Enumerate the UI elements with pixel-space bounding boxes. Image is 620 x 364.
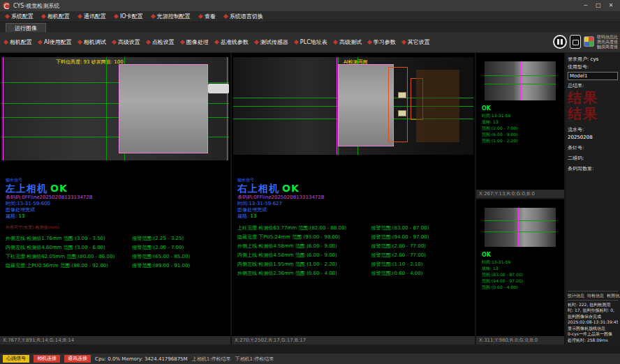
close-button[interactable]: ✕ — [605, 0, 617, 11]
tool-label: 其它设置 — [408, 38, 430, 46]
pin-label: 条针号: — [568, 144, 618, 152]
tool-advanced-settings[interactable]: 高级设置 — [112, 38, 140, 46]
preview-bottom-camera[interactable]: OK 时间:13-31-59 规格: 13 范围:(83.00 - 87.00)… — [476, 199, 564, 344]
measurement-value: 内侧左线:检测值1.95mm 范围:(1.00 - 2.20) — [237, 260, 371, 269]
tool-label: PLC地址表 — [300, 38, 327, 46]
tool-spot-check[interactable]: 点检设置 — [147, 38, 175, 46]
tool-image-processing[interactable]: 图像处理 — [181, 38, 209, 46]
left-camera-image[interactable]: 下料位高度: 93 砂灰两值: 100 — [1, 57, 229, 160]
preview-text-line: 范围:(94.00 - 97.00) — [476, 278, 564, 284]
measurement-list: 上柱宽度:检测值63.77mm 范围:(82.00 - 88.00) 报警范围:… — [237, 224, 472, 278]
preview-text-line: 规格: 13 — [476, 265, 564, 271]
result-prefix: 输出信号 — [237, 177, 472, 183]
preview-ok-status: OK — [476, 251, 564, 259]
result-prefix: 输出信号 — [6, 177, 228, 183]
shadow-region — [416, 70, 459, 142]
preview-top-pixel-readout: X:267;Y:13;R:0;G:0;B:0 — [476, 190, 564, 198]
minimize-button[interactable]: ─ — [580, 0, 592, 11]
measurement-row: 下柱宽度:检测值62.05mm 范围:(80.00 - 86.00) 报警范围:… — [6, 252, 228, 261]
measurement-value: 外侧左线:检测值2.36mm 范围:(0.60 - 4.00) — [237, 269, 371, 278]
preview-text-line: 范围:(0.60 - 4.00) — [476, 284, 564, 290]
tool-learning-params[interactable]: 学习参数 — [368, 38, 396, 46]
menu-item-system-config[interactable]: 系统配置 — [6, 13, 34, 20]
maximize-button[interactable]: □ — [592, 0, 605, 11]
tool-camera-config[interactable]: 相机配置 — [4, 38, 32, 46]
color-grid-button[interactable] — [584, 36, 594, 47]
login-user-label: 登录用户: — [568, 56, 589, 62]
app-logo-icon — [3, 2, 10, 9]
diamond-icon — [3, 40, 8, 45]
diamond-icon — [151, 14, 156, 19]
login-user-line: 登录用户: cys — [568, 56, 618, 63]
measurement-alarm: 报警范围:(94.00 - 97.00) — [371, 233, 472, 242]
menu-item-label: 光源控制配置 — [157, 13, 191, 20]
guide-line-vertical — [106, 57, 107, 160]
tool-camera-debug[interactable]: 相机调试 — [78, 38, 106, 46]
title-bar: CYS-视觉检测系统 ─ □ ✕ — [0, 0, 620, 11]
menu-item-comm-config[interactable]: 通讯配置 — [78, 13, 106, 20]
tool-label: 高级设置 — [118, 38, 140, 46]
diamond-icon — [180, 40, 185, 45]
tool-label: 相机调试 — [84, 38, 106, 46]
tool-label: 点检设置 — [152, 38, 175, 46]
time-text: 时间:13-31-59-627 — [237, 201, 472, 207]
barcode-text: 条码码:0FFline2025020813313472B — [237, 195, 472, 201]
menu-item-label: 相机配置 — [47, 13, 70, 20]
total-result-text: 结果 — [568, 106, 618, 122]
diamond-icon — [146, 40, 151, 45]
status-bar: 心跳信号 相机连接 通讯连接 Cpu: 0.0% Memory: 3424.41… — [0, 354, 620, 364]
tool-label: AI使用配置 — [44, 38, 72, 46]
diamond-icon — [214, 40, 219, 45]
right-result-block: 输出信号 右上相机OK 条码码:0FFline2025020813313472B… — [237, 177, 472, 278]
measurement-row: 内侧左线:检测值4.60mm 范围:(3.00 - 6.00) 报警范围:(2.… — [6, 243, 228, 252]
main-area: 下料位高度: 93 砂灰两值: 100 输出信号 左上相机OK 条码码:0FFl… — [0, 53, 620, 344]
process-status-text: 图像处理完成 — [237, 207, 472, 213]
tool-label: 相机配置 — [10, 38, 32, 46]
menu-item-io-config[interactable]: IO卡配置 — [115, 13, 143, 20]
menu-item-light-config[interactable]: 光源控制配置 — [152, 13, 191, 20]
pause-button[interactable] — [553, 35, 567, 49]
camera-snapshot-button[interactable] — [570, 35, 581, 49]
stats-line: 处理耗时: 258.09ms — [568, 338, 618, 344]
measurement-alarm: 报警范围:(2.25 - 3.25) — [132, 234, 228, 243]
measurement-row: 隐藏宽度:上PU0.56mm 范围:(88.00 - 92.00) 报警范围:(… — [6, 261, 228, 271]
inspected-part — [338, 64, 394, 146]
menu-item-view[interactable]: 查看 — [199, 13, 216, 20]
tool-plc-address[interactable]: PLC地址表 — [295, 38, 327, 46]
roi-edge-line — [518, 208, 519, 247]
menu-item-camera-config[interactable]: 相机配置 — [42, 13, 70, 20]
tab-run-image[interactable]: 运行图像 — [6, 23, 46, 32]
measurement-alarm: 报警范围:(89.00 - 91.00) — [132, 261, 228, 271]
diamond-icon — [223, 14, 228, 19]
model-select[interactable]: Model1 — [568, 72, 618, 80]
stats-line: 2025:02:08-13:31:39:45 — [568, 319, 618, 326]
preview-top-camera[interactable]: OK 时间:13-31-59 规格: 13 范围:(2.00 - 7.00) 范… — [476, 53, 564, 198]
dimension-note: 外形尺寸(长宽):检测值(mm) — [6, 225, 228, 230]
measurement-value: 内侧上线:检测值4.58mm 范围:(6.00 - 9.00) — [237, 251, 371, 260]
tool-advanced-test[interactable]: 高级测试 — [334, 38, 362, 46]
bottom-camera-status: 下相机1:停检结果 — [235, 356, 274, 363]
spec-label: 规格: — [237, 213, 249, 219]
right-camera-image[interactable]: AI检测画面 — [233, 57, 473, 155]
stats-line: 耗时: 222, 批判检测用 — [568, 302, 618, 308]
tab-row: 运行图像 — [0, 22, 620, 32]
login-user-value: cys — [591, 56, 599, 62]
tool-baseline-params[interactable]: 基准线参数 — [215, 38, 249, 46]
measurement-row: 外侧左线:检测值1.76mm 范围:(3.00 - 3.50) 报警范围:(2.… — [6, 234, 228, 243]
measurement-row: 外侧上线:检测值4.58mm 范围:(6.00 - 9.00) 报警范围:(2.… — [237, 242, 472, 251]
stats-tab-pending[interactable]: 待检信息 — [587, 293, 604, 299]
measurement-alarm: 报警范围:(65.00 - 85.00) — [132, 252, 228, 261]
tool-other-settings[interactable]: 其它设置 — [402, 38, 430, 46]
tool-ai-config[interactable]: AI使用配置 — [38, 38, 72, 46]
menu-item-language[interactable]: 系统语言切换 — [224, 13, 263, 20]
info-column: 登录用户: cys 使用型号: Model1 总结果: 结果 结果 流水号: 2… — [566, 53, 620, 344]
tool-test-sensor[interactable]: 测试传感器 — [255, 38, 288, 46]
guide-line — [485, 84, 556, 84]
diamond-icon — [41, 14, 46, 19]
stats-tab-statistics[interactable]: 统计信息 — [568, 293, 584, 299]
contact-feature — [398, 92, 406, 98]
stats-tab-detection[interactable]: 检测信息 — [607, 293, 620, 299]
measurement-alarm: 报警范围:(2.00 - 77.00) — [371, 251, 472, 260]
ok-status: OK — [282, 183, 300, 194]
diamond-icon — [294, 40, 299, 45]
